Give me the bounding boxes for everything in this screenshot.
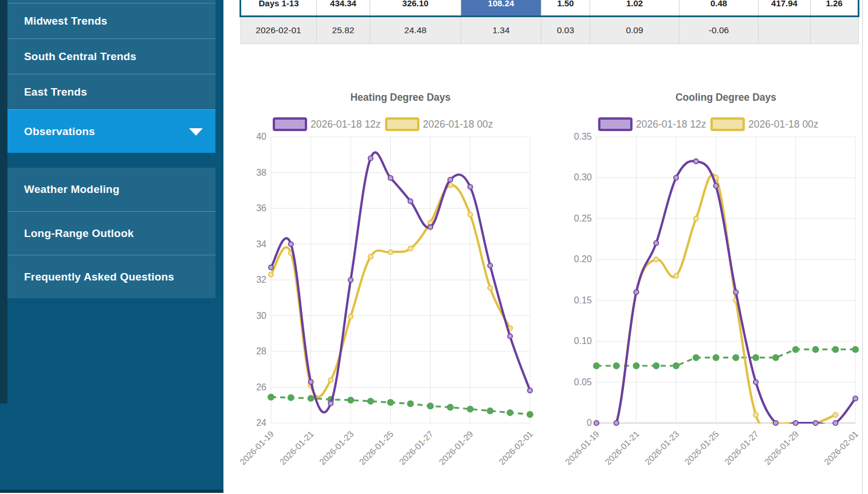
y-axis-tick-label: 0.20 <box>574 254 592 264</box>
data-point-marker <box>488 286 492 290</box>
table-cell[interactable]: 1.26 <box>811 0 859 16</box>
legend-item[interactable]: 2026-01-18 00z <box>712 118 819 130</box>
series-forecast <box>271 152 530 412</box>
sidebar-item-long-range-outlook[interactable]: Long-Range Outlook <box>7 211 215 255</box>
y-axis-tick-label: 0.30 <box>574 172 592 182</box>
legend-item[interactable]: 2026-01-18 12z <box>274 118 381 130</box>
data-point-marker <box>328 401 333 405</box>
legend-swatch <box>712 118 744 130</box>
legend-label: 2026-01-18 12z <box>636 118 706 130</box>
table-cell: 24.48 <box>370 16 461 44</box>
sidebar-item-midwest-trends[interactable]: Midwest Trends <box>7 3 215 38</box>
x-axis-tick-label: 2026-01-27 <box>722 429 760 467</box>
data-point-marker <box>308 396 313 401</box>
table-cell: 2026-02-01 <box>241 16 317 44</box>
y-axis-tick-label: 0.15 <box>574 295 592 305</box>
table-cell[interactable]: 0.48 <box>680 0 759 16</box>
data-point-marker <box>528 388 532 393</box>
y-axis-tick-label: 38 <box>256 168 266 177</box>
data-point-marker <box>487 408 493 414</box>
sidebar-item-south-central-trends[interactable]: South Central Trends <box>7 38 215 74</box>
data-point-marker <box>447 404 453 410</box>
x-axis-tick-label: 2026-01-19 <box>238 429 276 467</box>
table-cell[interactable]: 434.34 <box>317 0 370 16</box>
data-point-marker <box>507 410 513 416</box>
table-row-totals: Days 1-13 434.34 326.10 108.24 1.50 1.02… <box>241 0 859 16</box>
data-point-marker <box>853 346 858 352</box>
y-axis-tick-label: 0.10 <box>574 336 592 346</box>
data-point-marker <box>833 413 838 417</box>
sidebar-item-label: Weather Modeling <box>24 183 119 196</box>
data-point-marker <box>468 212 472 217</box>
x-axis-tick-label: 2026-01-23 <box>643 429 681 467</box>
sidebar-menu-primary: Midwest Trends South Central Trends East… <box>7 0 215 153</box>
table-cell: 0.03 <box>541 16 590 44</box>
data-point-marker <box>773 421 778 425</box>
sidebar-item-east-trends[interactable]: East Trends <box>7 74 215 109</box>
sidebar-item-label: Observations <box>24 125 95 138</box>
main-content: Days 1-13 434.34 326.10 108.24 1.50 1.02… <box>223 0 868 494</box>
data-point-marker <box>694 216 698 221</box>
data-point-marker <box>408 199 413 203</box>
table-cell[interactable]: Days 1-13 <box>241 0 317 16</box>
data-point-marker <box>654 257 658 262</box>
data-point-marker <box>427 403 433 409</box>
table-cell[interactable]: 1.02 <box>590 0 680 16</box>
page-right-border <box>862 0 863 494</box>
data-point-marker <box>594 421 599 425</box>
data-point-marker <box>488 263 492 268</box>
x-axis-tick-label: 2026-01-19 <box>563 429 601 467</box>
sidebar: Midwest Trends South Central Trends East… <box>0 0 223 489</box>
legend-item[interactable]: 2026-01-18 12z <box>599 118 706 130</box>
sidebar-bottom-bar <box>0 489 223 493</box>
sidebar-item-label: Midwest Trends <box>24 15 107 27</box>
sidebar-item-label: Long-Range Outlook <box>24 227 133 240</box>
data-point-marker <box>348 314 353 319</box>
data-point-marker <box>673 363 679 369</box>
y-axis-tick-label: 36 <box>256 203 266 213</box>
legend-item[interactable]: 2026-01-18 00z <box>386 118 493 130</box>
x-axis-tick-label: 2026-01-25 <box>357 429 395 467</box>
data-point-marker <box>793 421 798 425</box>
y-axis-tick-label: 32 <box>256 275 266 284</box>
data-point-marker <box>812 346 818 352</box>
table-cell: -0.06 <box>680 16 759 44</box>
sidebar-item-label: East Trends <box>24 86 87 98</box>
sidebar-item-faq[interactable]: Frequently Asked Questions <box>7 255 215 298</box>
y-axis-tick-label: 0.25 <box>574 214 592 223</box>
table-cell-highlighted[interactable]: 108.24 <box>461 0 541 16</box>
y-axis-tick-label: 28 <box>256 346 266 356</box>
data-point-marker <box>853 396 858 401</box>
data-point-marker <box>633 363 639 369</box>
data-point-marker <box>773 355 779 361</box>
data-point-marker <box>654 241 658 246</box>
cooling-degree-days-chart: Cooling Degree Days2026-01-18 12z2026-01… <box>564 80 868 488</box>
x-axis-tick-label: 2026-01-21 <box>277 429 315 467</box>
table-cell[interactable]: 326.10 <box>370 0 461 16</box>
table-cell: 1.34 <box>461 16 541 44</box>
heating-degree-days-chart: Heating Degree Days2026-01-18 12z2026-01… <box>239 80 543 488</box>
sidebar-item-weather-modeling[interactable]: Weather Modeling <box>7 168 215 211</box>
y-axis-tick-label: 26 <box>256 382 266 392</box>
data-point-marker <box>408 246 413 251</box>
table-cell[interactable]: 1.50 <box>541 0 590 16</box>
data-point-marker <box>733 290 738 294</box>
legend-swatch <box>274 118 306 130</box>
chevron-down-icon <box>189 128 203 136</box>
data-point-marker <box>674 274 678 278</box>
sidebar-edge-strip <box>0 0 7 404</box>
data-point-marker <box>527 412 533 417</box>
data-point-marker <box>813 421 818 425</box>
data-point-marker <box>614 363 619 369</box>
x-axis-tick-label: 2026-01-25 <box>682 429 720 467</box>
data-point-marker <box>693 355 699 361</box>
x-axis-tick-label: 2026-01-27 <box>397 429 435 467</box>
table-cell <box>811 16 859 44</box>
legend-label: 2026-01-18 12z <box>311 118 381 130</box>
y-axis-tick-label: 0.35 <box>574 132 592 141</box>
data-point-marker <box>753 355 759 361</box>
data-point-marker <box>388 176 392 180</box>
sidebar-item-observations[interactable]: Observations <box>7 109 215 153</box>
table-cell[interactable]: 417.94 <box>759 0 811 16</box>
table-cell: 25.82 <box>317 16 370 44</box>
